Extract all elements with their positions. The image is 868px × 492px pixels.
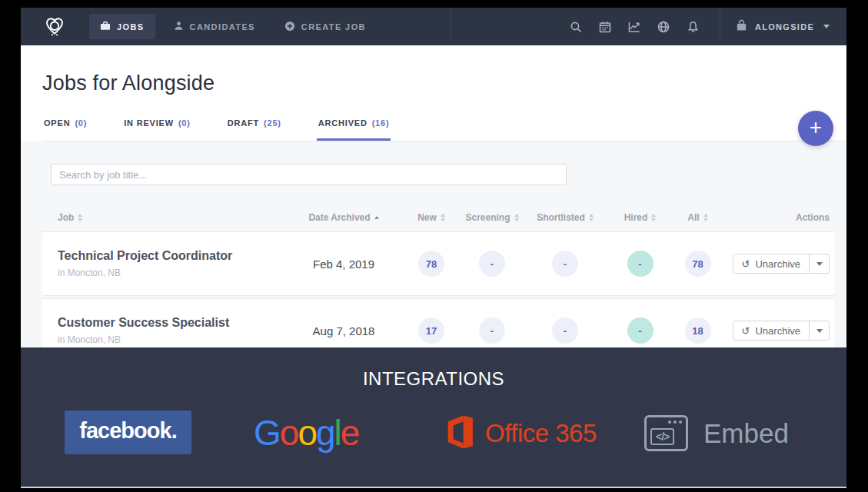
account-menu[interactable]: ALONGSIDE (720, 8, 846, 45)
add-job-button[interactable]: + (798, 111, 833, 146)
nav-item-jobs[interactable]: JOBS (89, 14, 155, 39)
hired-count-badge[interactable]: - (627, 317, 653, 344)
top-navbar: JOBS CANDIDATES (21, 8, 846, 45)
column-header-shortlisted[interactable]: Shortlisted (523, 212, 607, 223)
unarchive-label: Unarchive (755, 258, 800, 270)
unarchive-icon: ↺ (742, 325, 750, 337)
sort-icon (441, 214, 445, 221)
facebook-wordmark: facebook. (79, 418, 176, 447)
office-wordmark: Office 365 (485, 419, 597, 448)
unarchive-split-button: ↺ Unarchive (733, 321, 830, 341)
job-location: in Moncton, NB (58, 268, 286, 278)
calendar-icon[interactable] (599, 21, 611, 33)
all-count-badge[interactable]: 78 (685, 251, 711, 277)
date-archived: Feb 4, 2019 (286, 258, 401, 271)
jobs-table: Job Date Archived New Screening Shortlis… (42, 203, 834, 347)
column-header-all[interactable]: All (673, 212, 723, 223)
column-label: Job (58, 212, 74, 223)
column-label: New (417, 212, 437, 223)
sort-icon (703, 214, 708, 221)
nav-item-label: CANDIDATES (190, 22, 255, 32)
nav-item-create-job[interactable]: CREATE JOB (274, 14, 377, 40)
column-label: Date Archived (308, 212, 370, 223)
google-wordmark: Google (254, 412, 358, 454)
tab-label: ARCHIVED (318, 118, 367, 128)
table-row: Customer Success Specialist in Moncton, … (42, 298, 834, 347)
nav-item-candidates[interactable]: CANDIDATES (163, 14, 266, 39)
column-label: Hired (624, 212, 648, 223)
new-count-badge[interactable]: 78 (418, 251, 444, 277)
unarchive-dropdown-toggle[interactable] (809, 254, 829, 273)
globe-icon[interactable] (657, 21, 670, 33)
analytics-icon[interactable] (628, 21, 640, 33)
jobs-list-panel: Job Date Archived New Screening Shortlis… (21, 141, 846, 347)
page-header: Jobs for Alongside OPEN (0) IN REVIEW (0… (21, 45, 846, 141)
column-header-screening[interactable]: Screening (461, 212, 523, 223)
tab-count: (0) (178, 118, 191, 128)
caret-down-icon (816, 262, 823, 266)
embed-code-icon: </> (644, 415, 688, 451)
integrations-heading: INTEGRATIONS (21, 347, 846, 390)
column-label: Shortlisted (537, 212, 585, 223)
plus-icon: + (810, 117, 822, 138)
date-archived: Aug 7, 2018 (286, 324, 401, 337)
nav-item-label: JOBS (117, 22, 145, 32)
sort-icon (514, 214, 519, 221)
hired-count-badge[interactable]: - (627, 251, 653, 277)
unarchive-icon: ↺ (742, 258, 750, 270)
new-count-badge[interactable]: 17 (418, 317, 444, 344)
tab-label: OPEN (44, 118, 70, 128)
column-header-job[interactable]: Job (42, 212, 286, 223)
navbar-toolbar (561, 21, 707, 33)
app-window: JOBS CANDIDATES (21, 8, 846, 474)
navbar-divider (451, 8, 451, 45)
office365-logo[interactable]: Office 365 (444, 414, 597, 454)
tab-label: DRAFT (228, 118, 259, 128)
page-title: Jobs for Alongside (21, 45, 846, 95)
tab-count: (0) (75, 118, 87, 128)
table-row: Technical Project Coordinator in Moncton… (42, 231, 834, 296)
tab-label: IN REVIEW (124, 118, 174, 128)
facebook-logo[interactable]: facebook. (65, 411, 191, 454)
job-search-input[interactable] (51, 164, 567, 185)
sort-icon (78, 214, 82, 221)
job-title[interactable]: Technical Project Coordinator (58, 249, 286, 263)
search-icon[interactable] (570, 21, 582, 33)
tab-archived[interactable]: ARCHIVED (16) (317, 118, 391, 141)
tab-draft[interactable]: DRAFT (25) (226, 118, 283, 141)
company-bag-icon (736, 19, 747, 35)
sort-icon (589, 214, 594, 221)
job-title[interactable]: Customer Success Specialist (58, 316, 286, 330)
embed-wordmark: Embed (703, 418, 789, 449)
office-icon (444, 414, 475, 454)
tab-open[interactable]: OPEN (0) (42, 118, 88, 141)
unarchive-label: Unarchive (755, 325, 800, 337)
column-header-new[interactable]: New (401, 212, 461, 223)
tab-count: (16) (372, 118, 390, 128)
sort-asc-icon (374, 216, 379, 219)
screening-count-badge[interactable]: - (479, 317, 505, 344)
column-header-date-archived[interactable]: Date Archived (286, 212, 401, 223)
column-label: Actions (796, 212, 830, 223)
column-label: Screening (465, 212, 510, 223)
tab-in-review[interactable]: IN REVIEW (0) (122, 118, 192, 141)
column-header-actions: Actions (723, 212, 834, 223)
unarchive-dropdown-toggle[interactable] (809, 321, 829, 340)
column-label: All (687, 212, 699, 223)
unarchive-button[interactable]: ↺ Unarchive (733, 321, 809, 340)
embed-logo[interactable]: </> Embed (644, 415, 789, 451)
table-header-row: Job Date Archived New Screening Shortlis… (42, 203, 834, 231)
screening-count-badge[interactable]: - (479, 251, 505, 277)
column-header-hired[interactable]: Hired (607, 212, 673, 223)
shortlisted-count-badge[interactable]: - (552, 317, 578, 344)
shortlisted-count-badge[interactable]: - (552, 251, 578, 277)
sort-icon (651, 214, 656, 221)
alongside-logo-icon[interactable] (42, 15, 68, 38)
google-logo[interactable]: Google (254, 412, 358, 454)
unarchive-button[interactable]: ↺ Unarchive (733, 254, 809, 273)
account-name: ALONGSIDE (755, 22, 814, 32)
unarchive-split-button: ↺ Unarchive (733, 254, 830, 274)
briefcase-icon (100, 21, 111, 32)
all-count-badge[interactable]: 18 (685, 317, 711, 344)
bell-icon[interactable] (687, 21, 699, 33)
